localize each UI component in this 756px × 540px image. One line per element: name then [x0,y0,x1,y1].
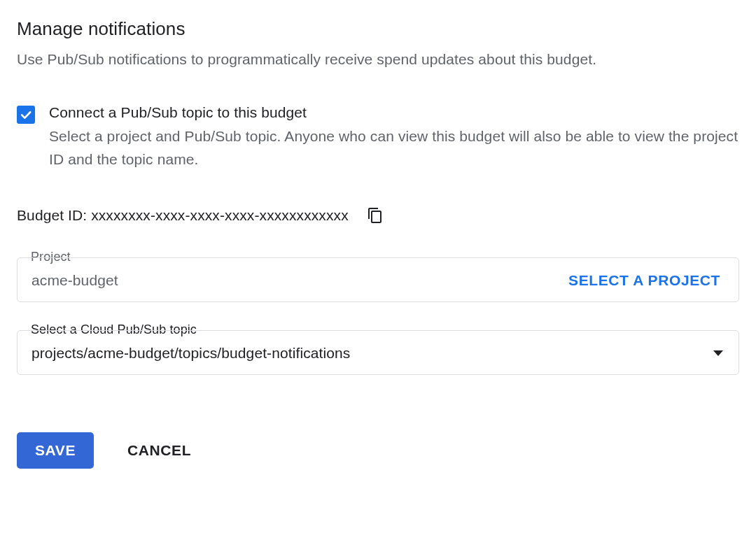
connect-pubsub-checkbox-row: Connect a Pub/Sub topic to this budget S… [17,104,739,171]
checkbox-helper-text: Select a project and Pub/Sub topic. Anyo… [49,125,739,171]
connect-pubsub-checkbox[interactable] [17,106,35,124]
page-title: Manage notifications [17,18,739,40]
save-button[interactable]: SAVE [17,432,94,469]
chevron-down-icon[interactable] [713,350,723,356]
pubsub-topic-field-value: projects/acme-budget/topics/budget-notif… [31,345,350,362]
budget-id-row: Budget ID: xxxxxxxx-xxxx-xxxx-xxxx-xxxxx… [17,207,739,224]
button-row: SAVE CANCEL [17,432,739,469]
budget-id-text: Budget ID: xxxxxxxx-xxxx-xxxx-xxxx-xxxxx… [17,207,349,224]
page-subtitle: Use Pub/Sub notifications to programmati… [17,51,739,68]
pubsub-topic-field[interactable]: Select a Cloud Pub/Sub topic projects/ac… [17,330,739,375]
checkbox-label: Connect a Pub/Sub topic to this budget [49,104,739,121]
copy-icon[interactable] [367,207,384,224]
cancel-button[interactable]: CANCEL [127,442,191,459]
checkbox-content: Connect a Pub/Sub topic to this budget S… [49,104,739,171]
project-field: Project acme-budget SELECT A PROJECT [17,257,739,302]
select-project-button[interactable]: SELECT A PROJECT [568,272,720,289]
checkmark-icon [19,108,33,122]
project-field-value: acme-budget [31,272,118,289]
